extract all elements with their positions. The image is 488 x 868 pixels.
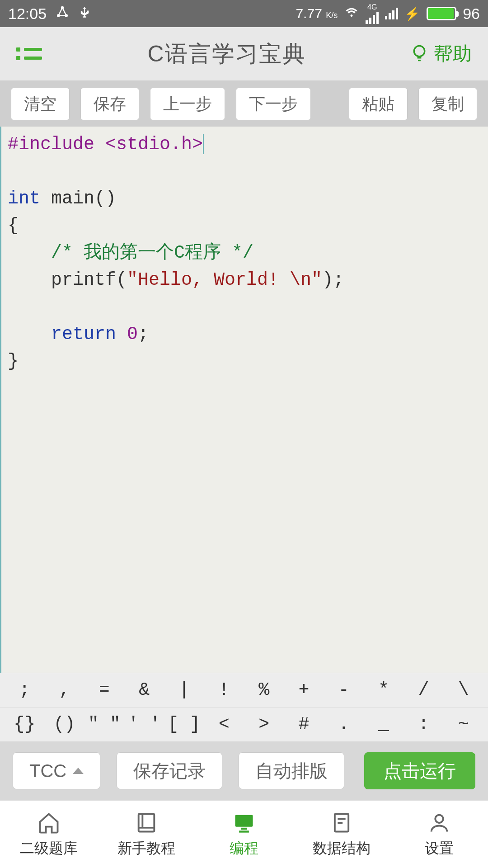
run-button[interactable]: 点击运行 (364, 752, 475, 789)
signal-4g: 4G (366, 3, 379, 24)
battery-icon (427, 7, 456, 20)
svg-rect-5 (235, 815, 253, 826)
symbol-row-2: {} () " " ' ' [ ] < > # . _ : ~ (0, 707, 488, 741)
sym-key[interactable]: % (244, 680, 284, 700)
help-label: 帮助 (434, 41, 472, 66)
signal-bars-icon (385, 8, 398, 19)
paste-button[interactable]: 粘贴 (349, 88, 408, 120)
editor-toolbar: 清空 保存 上一步 下一步 粘贴 复制 (0, 81, 488, 127)
sym-key[interactable]: < (204, 714, 244, 735)
bottom-nav: 二级题库 新手教程 编程 数据结构 设置 (0, 800, 488, 868)
app-title: C语言学习宝典 (42, 39, 411, 69)
sym-key[interactable]: # (284, 714, 324, 735)
sym-key[interactable]: = (84, 680, 124, 700)
menu-icon[interactable] (16, 47, 42, 60)
copy-button[interactable]: 复制 (418, 88, 477, 120)
nav-label: 数据结构 (313, 839, 371, 859)
sym-key[interactable]: , (44, 680, 84, 700)
compiler-select[interactable]: TCC (13, 752, 100, 789)
status-bar: 12:05 7.77 K/s 4G ⚡ 96 (0, 0, 488, 27)
nav-label: 新手教程 (117, 839, 175, 859)
sym-key[interactable]: " " (84, 714, 124, 735)
undo-button[interactable]: 上一步 (150, 88, 225, 120)
svg-rect-6 (241, 827, 247, 829)
monitor-icon (230, 811, 258, 835)
app-header: C语言学习宝典 帮助 (0, 27, 488, 81)
sym-key[interactable]: / (404, 680, 443, 700)
sym-key[interactable]: [ ] (164, 714, 204, 735)
sym-key[interactable]: . (324, 714, 364, 735)
svg-point-9 (435, 815, 443, 822)
save-button[interactable]: 保存 (80, 88, 139, 120)
nav-data-structure[interactable]: 数据结构 (293, 801, 390, 868)
book-icon (133, 811, 160, 835)
svg-rect-4 (139, 814, 155, 831)
save-record-button[interactable]: 保存记录 (117, 752, 222, 789)
lightbulb-icon (411, 44, 427, 64)
sym-key[interactable]: | (164, 680, 204, 700)
clear-button[interactable]: 清空 (11, 88, 70, 120)
battery-pct: 96 (463, 5, 480, 23)
sym-key[interactable]: * (364, 680, 404, 700)
symbol-keyboard: ; , = & | ! % + - * / \ {} () " " ' ' [ … (0, 673, 488, 741)
status-time: 12:05 (8, 5, 47, 23)
symbol-row-1: ; , = & | ! % + - * / \ (0, 673, 488, 707)
sym-key[interactable]: () (44, 714, 84, 735)
sym-key[interactable]: ' ' (124, 714, 164, 735)
status-speed: 7.77 K/s (296, 6, 338, 21)
nav-coding[interactable]: 编程 (195, 801, 293, 868)
sym-key[interactable]: ~ (444, 714, 483, 735)
sym-key[interactable]: & (124, 680, 164, 700)
redo-button[interactable]: 下一步 (236, 88, 311, 120)
wifi-icon (344, 5, 359, 23)
sym-key[interactable]: : (404, 714, 443, 735)
svg-rect-7 (239, 830, 249, 832)
sym-key[interactable]: \ (444, 680, 483, 700)
auto-format-button[interactable]: 自动排版 (239, 752, 344, 789)
nav-tutorial[interactable]: 新手教程 (98, 801, 195, 868)
run-toolbar: TCC 保存记录 自动排版 点击运行 (0, 741, 488, 800)
nav-label: 设置 (425, 839, 454, 859)
code-editor[interactable]: #include <stdio.h> int main() { /* 我的第一个… (0, 127, 488, 673)
nav-label: 编程 (230, 839, 258, 859)
sym-key[interactable]: > (244, 714, 284, 735)
sym-key[interactable]: ! (204, 680, 244, 700)
sym-key[interactable]: ; (5, 680, 44, 700)
usb-icon (78, 5, 91, 23)
user-icon (426, 811, 453, 835)
nav-label: 二级题库 (20, 839, 78, 859)
home-icon (35, 811, 62, 835)
sym-key[interactable]: + (284, 680, 324, 700)
charging-icon: ⚡ (404, 6, 420, 21)
sym-key[interactable]: - (324, 680, 364, 700)
nav-settings[interactable]: 设置 (390, 801, 488, 868)
help-button[interactable]: 帮助 (411, 41, 472, 66)
nav-exam-bank[interactable]: 二级题库 (0, 801, 98, 868)
sym-key[interactable]: {} (5, 714, 44, 735)
svg-point-3 (414, 46, 424, 56)
chevron-up-icon (73, 768, 84, 774)
share-icon (56, 5, 69, 23)
sym-key[interactable]: _ (364, 714, 404, 735)
document-icon (328, 811, 355, 835)
